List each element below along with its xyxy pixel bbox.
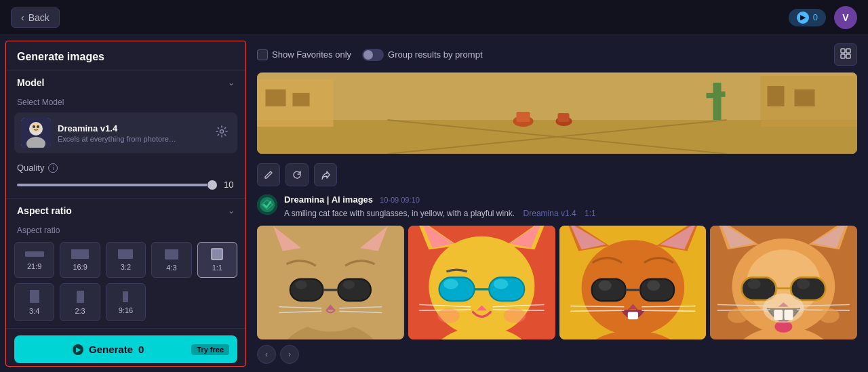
aspect-section-header[interactable]: Aspect ratio ⌄: [6, 199, 245, 223]
svg-line-90: [642, 306, 695, 307]
next-page-button[interactable]: ›: [280, 345, 299, 364]
gen-prompt-row: A smiling cat face with sunglasses, in y…: [284, 207, 857, 219]
aspect-label-3-4: 3:4: [29, 307, 39, 315]
token-badge: ▶ 0: [789, 9, 826, 26]
svg-rect-17: [841, 54, 845, 58]
svg-point-3: [31, 123, 41, 132]
aspect-btn-9-16[interactable]: 9:16: [106, 283, 146, 321]
model-section: Model ⌄ Select Model D: [6, 70, 245, 198]
group-results-toggle[interactable]: [362, 49, 384, 61]
header: ‹ Back ▶ 0 V: [0, 0, 868, 35]
generate-label: Generate: [89, 344, 133, 355]
quality-slider-row: 10: [17, 180, 235, 190]
image-grid: [252, 223, 863, 342]
edit-button[interactable]: [257, 163, 280, 186]
svg-rect-18: [846, 54, 850, 58]
aspect-btn-2-3[interactable]: 2:3: [60, 283, 100, 321]
svg-rect-12: [30, 290, 39, 303]
gen-prompt: A smiling cat face with sunglasses, in y…: [284, 209, 515, 218]
svg-point-5: [37, 125, 39, 128]
svg-point-109: [763, 293, 804, 323]
svg-rect-9: [118, 249, 133, 259]
topbar-left: Show Favorites only Group results by pro…: [257, 49, 483, 61]
model-select-label: Select Model: [6, 95, 245, 112]
aspect-label-2-3: 2:3: [75, 307, 85, 315]
featured-image: [257, 73, 857, 154]
aspect-label-16-9: 16:9: [73, 263, 87, 271]
try-free-badge: Try free: [191, 344, 229, 355]
aspect-btn-3-2[interactable]: 3:2: [106, 242, 146, 278]
model-avatar: [21, 118, 51, 148]
quality-label: Quality i: [17, 163, 235, 173]
svg-point-48: [295, 281, 307, 289]
back-button[interactable]: ‹ Back: [11, 7, 60, 28]
svg-rect-15: [841, 49, 845, 53]
show-favorites-label[interactable]: Show Favorites only: [257, 49, 351, 60]
gen-details: Dreamina | AI images 10-09 09:10 A smili…: [284, 194, 857, 219]
svg-rect-26: [795, 89, 815, 106]
model-section-header[interactable]: Model ⌄: [6, 70, 245, 95]
aspect-label-3-2: 3:2: [121, 263, 131, 271]
aspect-label-1-1: 1:1: [212, 264, 222, 272]
svg-rect-29: [717, 91, 726, 97]
generate-token-count: 0: [138, 344, 144, 355]
aspect-btn-21-9[interactable]: 21:9: [14, 242, 54, 278]
gen-info: Dreamina | AI images 10-09 09:10 A smili…: [252, 190, 863, 223]
token-icon: ▶: [797, 12, 809, 24]
refresh-button[interactable]: [285, 163, 309, 186]
quality-info-icon: i: [48, 163, 58, 173]
aspect-btn-4-3[interactable]: 4:3: [151, 242, 191, 278]
model-section-title: Model: [17, 77, 44, 88]
generate-button[interactable]: · ▶ Generate 0 Try free: [14, 335, 237, 363]
aspect-sublabel: Aspect ratio: [6, 223, 245, 242]
svg-rect-23: [293, 93, 310, 106]
svg-line-88: [570, 306, 624, 307]
cat-image-3[interactable]: [559, 226, 707, 339]
aspect-label-21-9: 21:9: [27, 262, 41, 270]
aspect-btn-16-9[interactable]: 16:9: [60, 242, 100, 278]
share-button[interactable]: [314, 163, 337, 186]
image-actions: [252, 159, 863, 190]
svg-rect-22: [266, 89, 286, 106]
sidebar: Generate images Model ⌄ Select Model: [5, 41, 246, 367]
group-results-label[interactable]: Group results by prompt: [362, 49, 482, 61]
gen-app-name: Dreamina | AI images: [284, 194, 373, 205]
aspect-btn-3-4[interactable]: 3:4: [14, 283, 54, 321]
model-card: Dreamina v1.4 Excels at everything from …: [14, 112, 237, 153]
aspect-section-title: Aspect ratio: [17, 205, 72, 216]
svg-point-114: [728, 308, 748, 323]
show-favorites-text: Show Favorites only: [272, 49, 351, 60]
gen-ratio: 1:1: [585, 209, 596, 218]
svg-point-115: [819, 308, 840, 323]
svg-rect-16: [846, 49, 850, 53]
quality-section: Quality i 10: [6, 160, 245, 198]
svg-point-65: [443, 279, 458, 289]
svg-point-85: [646, 281, 660, 291]
prev-page-button[interactable]: ‹: [257, 345, 276, 364]
aspect-btn-1-1[interactable]: 1:1: [197, 242, 237, 278]
model-desc: Excels at everything from photoreali...: [58, 135, 180, 143]
generate-token-icon: ▶: [73, 344, 83, 355]
model-settings-button[interactable]: [213, 123, 231, 143]
quality-text: Quality: [17, 163, 44, 173]
gallery-view-button[interactable]: [834, 43, 857, 66]
svg-rect-25: [768, 86, 785, 106]
svg-point-103: [748, 279, 762, 289]
gen-timestamp: 10-09 09:10: [380, 196, 420, 204]
avatar[interactable]: V: [834, 6, 857, 29]
gen-title-row: Dreamina | AI images 10-09 09:10: [284, 194, 857, 205]
generate-btn-wrapper: · ▶ Generate 0 Try free: [6, 328, 245, 367]
cat-image-1[interactable]: [257, 226, 404, 339]
quality-slider[interactable]: [17, 184, 217, 186]
chevron-left-icon: ‹: [21, 12, 24, 23]
back-label: Back: [28, 12, 50, 23]
svg-rect-63: [489, 277, 524, 301]
cat-image-4[interactable]: [710, 226, 857, 339]
content: Show Favorites only Group results by pro…: [252, 35, 868, 372]
aspect-label-9-16: 9:16: [119, 306, 133, 314]
svg-rect-7: [25, 251, 44, 257]
cat-image-2[interactable]: [408, 226, 555, 339]
main-layout: Generate images Model ⌄ Select Model: [0, 35, 868, 372]
show-favorites-checkbox[interactable]: [257, 49, 268, 60]
aspect-label-4-3: 4:3: [166, 264, 176, 272]
